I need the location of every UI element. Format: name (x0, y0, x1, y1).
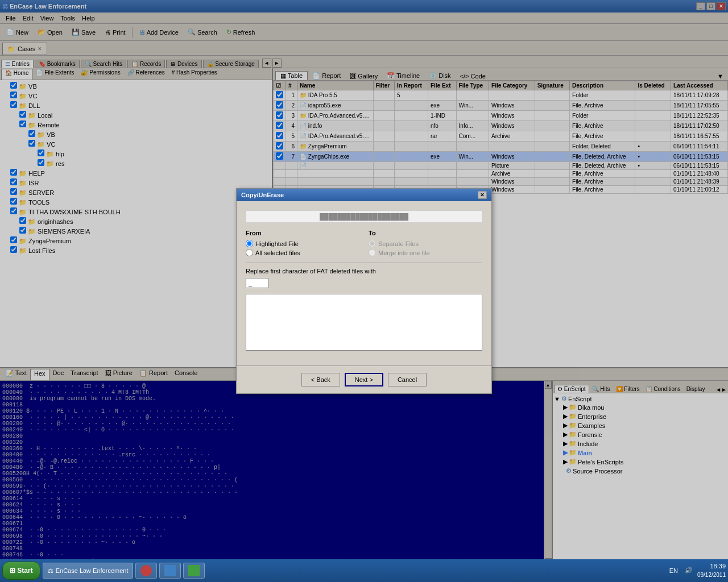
copy-unerase-dialog: Copy/UnErase ✕ ████████████████████ From… (236, 188, 492, 394)
taskbar-encase-icon: ⚖ (48, 567, 53, 575)
to-label: To (369, 230, 482, 236)
radio-merge-label: Merge into one file (378, 250, 430, 256)
clock-date: 09/12/2011 (697, 571, 726, 579)
dialog-overlay: Copy/UnErase ✕ ████████████████████ From… (0, 0, 728, 582)
radio-all-selected[interactable]: All selected files (246, 249, 359, 256)
speaker-icon: 🔊 (685, 567, 693, 574)
taskbar-app2-icon (164, 565, 176, 576)
radio-highlighted-label: Highlighted File (255, 240, 299, 247)
taskbar-app2[interactable] (159, 563, 181, 579)
output-area[interactable] (246, 294, 482, 351)
taskbar-browser-icon (140, 565, 152, 576)
taskbar: ⊞ Start ⚖ EnCase Law Enforcement EN 🔊 18… (0, 559, 728, 582)
radio-separate-label: Separate Files (378, 240, 419, 247)
from-label: From (246, 230, 359, 236)
start-button[interactable]: ⊞ Start (2, 562, 40, 580)
back-button[interactable]: < Back (301, 373, 340, 386)
taskbar-app3[interactable] (183, 563, 205, 579)
cancel-button[interactable]: Cancel (388, 373, 427, 386)
next-button[interactable]: Next > (345, 373, 383, 386)
radio-merge[interactable]: Merge into one file (369, 249, 482, 256)
replace-label: Replace first character of FAT deleted f… (246, 268, 482, 275)
radio-highlighted-file[interactable]: Highlighted File (246, 240, 359, 247)
dialog-body: ████████████████████ From Highlighted Fi… (237, 201, 491, 365)
taskbar-right: EN 🔊 18:39 09/12/2011 (669, 562, 726, 579)
to-section: To Separate Files Merge into one file (369, 230, 482, 258)
dialog-title-bar: Copy/UnErase ✕ (237, 189, 491, 201)
dialog-subtitle: ████████████████████ (246, 210, 482, 223)
replace-char-input[interactable] (246, 278, 268, 288)
start-icon: ⊞ (10, 567, 15, 575)
taskbar-app3-icon (188, 565, 200, 576)
clock-time: 18:39 (697, 562, 726, 571)
taskbar-clock: 18:39 09/12/2011 (697, 562, 726, 579)
dialog-title-text: Copy/UnErase (241, 192, 284, 198)
taskbar-browser[interactable] (135, 563, 157, 579)
lang-indicator: EN (669, 567, 678, 574)
from-section: From Highlighted File All selected files (246, 230, 359, 258)
radio-all-label: All selected files (255, 250, 300, 256)
dialog-buttons: < Back Next > Cancel (237, 365, 491, 393)
radio-separate-files[interactable]: Separate Files (369, 240, 482, 247)
dialog-close-button[interactable]: ✕ (478, 191, 487, 199)
taskbar-encase[interactable]: ⚖ EnCase Law Enforcement (43, 563, 134, 579)
